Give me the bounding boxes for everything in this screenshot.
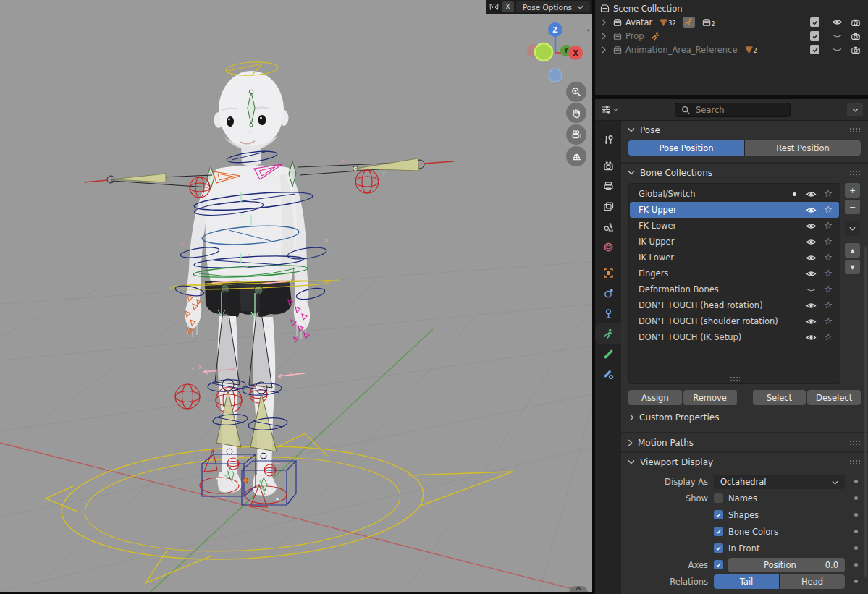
disclosure-chevron-icon[interactable]	[601, 19, 610, 26]
solo-star-icon[interactable]: ☆	[822, 205, 834, 215]
camera-visibility-icon[interactable]	[848, 45, 864, 55]
animate-decorator[interactable]	[854, 580, 858, 583]
nav-toggle-projection-button[interactable]	[566, 146, 586, 166]
pose-position-button[interactable]: Pose Position	[628, 140, 744, 156]
eye-open-icon[interactable]	[804, 269, 817, 279]
outliner-row-scene-collection[interactable]: Scene Collection	[595, 1, 868, 15]
camera-visibility-icon[interactable]	[848, 17, 864, 27]
animate-decorator[interactable]	[854, 530, 858, 533]
eye-open-icon[interactable]	[804, 317, 817, 326]
animate-decorator[interactable]	[854, 496, 858, 500]
bone-collection-row[interactable]: DON'T TOUCH (IK Setup)☆	[630, 329, 839, 345]
eye-open-icon[interactable]	[804, 253, 817, 263]
solo-star-icon[interactable]: ☆	[822, 237, 834, 247]
eye-closed-icon[interactable]	[829, 31, 845, 41]
eye-closed-icon[interactable]	[829, 45, 845, 54]
bone-collection-row[interactable]: Global/Switch☆	[630, 186, 839, 202]
armature-icon[interactable]	[683, 17, 695, 28]
tab-view-layer[interactable]	[595, 196, 621, 216]
tab-render[interactable]	[595, 156, 621, 176]
checkbox-shapes[interactable]	[714, 510, 723, 519]
panel-drag-grip[interactable]	[849, 170, 861, 175]
viewlayer-checkbox[interactable]	[810, 17, 819, 27]
bone-collection-row[interactable]: IK Upper☆	[630, 234, 839, 250]
bone-collection-row[interactable]: DON'T TOUCH (shoulder rotation)☆	[630, 313, 839, 329]
checkbox-names[interactable]	[714, 493, 723, 503]
eye-closed-icon[interactable]	[804, 285, 817, 294]
pose-options-menu[interactable]: Pose Options	[516, 1, 590, 12]
tab-world[interactable]	[595, 237, 621, 257]
move-up-button[interactable]: ▲	[845, 243, 860, 258]
panel-custom-properties-header[interactable]: Custom Properties	[628, 410, 861, 425]
disclosure-chevron-icon[interactable]	[601, 46, 610, 54]
rest-position-button[interactable]: Rest Position	[745, 140, 861, 156]
bone-collection-row[interactable]: Fingers☆	[630, 266, 839, 281]
axes-checkbox[interactable]	[714, 560, 723, 569]
tab-data[interactable]	[595, 323, 621, 344]
remove-button[interactable]: Remove	[683, 390, 737, 405]
solo-star-icon[interactable]: ☆	[822, 284, 834, 294]
properties-search[interactable]	[675, 103, 791, 117]
mirror-x-toggle[interactable]: X	[502, 1, 514, 12]
outliner-row[interactable]: Avatar322	[595, 15, 868, 29]
panel-drag-grip[interactable]	[849, 127, 861, 132]
relations-tail-button[interactable]: Tail	[714, 574, 779, 589]
eye-open-icon[interactable]	[804, 190, 817, 199]
tab-bone-constraint[interactable]	[595, 364, 621, 384]
tab-tool[interactable]	[595, 130, 621, 150]
nav-zoom-button[interactable]	[566, 82, 586, 102]
tab-constraints[interactable]	[595, 303, 621, 323]
move-down-button[interactable]: ▼	[845, 260, 860, 274]
eye-open-icon[interactable]	[804, 205, 817, 215]
search-input[interactable]	[694, 104, 767, 116]
asset-shelf-toggle[interactable]	[569, 586, 588, 592]
axes-position-slider[interactable]: Position 0.0	[728, 558, 845, 572]
tab-object[interactable]	[595, 263, 621, 283]
properties-options-button[interactable]	[847, 103, 863, 116]
assign-button[interactable]: Assign	[628, 390, 682, 405]
remove-collection-button[interactable]: −	[845, 200, 860, 214]
panel-motion-paths-header[interactable]: Motion Paths	[621, 433, 868, 451]
deselect-button[interactable]: Deselect	[807, 390, 861, 405]
tab-scene[interactable]	[595, 216, 621, 237]
animate-decorator[interactable]	[854, 563, 858, 567]
bone-collection-row[interactable]: Deformation Bones☆	[630, 281, 839, 297]
checkbox-bone-colors[interactable]	[714, 527, 723, 536]
viewlayer-checkbox[interactable]	[810, 31, 819, 41]
camera-visibility-icon[interactable]	[848, 31, 864, 41]
relations-head-button[interactable]: Head	[780, 574, 845, 589]
display-as-dropdown[interactable]: Octahedral	[714, 475, 845, 489]
panel-drag-grip[interactable]	[849, 440, 861, 445]
mirror-butterfly-icon[interactable]	[489, 2, 500, 12]
eye-open-icon[interactable]	[804, 221, 817, 231]
outliner-row[interactable]: Animation_Area_Reference2	[595, 43, 868, 56]
solo-star-icon[interactable]: ☆	[822, 221, 834, 231]
select-button[interactable]: Select	[753, 390, 806, 405]
panel-pose-header[interactable]: Pose	[621, 121, 868, 139]
animate-decorator[interactable]	[854, 480, 858, 483]
sidebar-collapse-arrow[interactable]: ‹	[584, 24, 592, 35]
eye-open-icon[interactable]	[804, 301, 817, 310]
bone-collection-row[interactable]: FK Upper☆	[630, 202, 839, 218]
viewlayer-checkbox[interactable]	[810, 45, 819, 54]
bone-collection-row[interactable]: IK Lower☆	[630, 250, 839, 266]
list-resize-grip[interactable]	[730, 376, 740, 381]
solo-star-icon[interactable]: ☆	[822, 189, 834, 199]
solo-star-icon[interactable]: ☆	[822, 300, 834, 310]
solo-star-icon[interactable]: ☆	[822, 332, 834, 342]
eye-open-icon[interactable]	[804, 237, 817, 247]
animate-decorator[interactable]	[854, 513, 858, 517]
add-collection-button[interactable]: +	[845, 183, 860, 198]
eye-open-icon[interactable]	[829, 17, 845, 27]
panel-bone-collections-header[interactable]: Bone Collections	[621, 164, 868, 182]
eye-open-icon[interactable]	[804, 333, 817, 342]
outliner-row[interactable]: Prop	[595, 29, 868, 43]
nav-pan-button[interactable]	[566, 103, 586, 123]
editor-type-button[interactable]	[600, 104, 618, 115]
solo-star-icon[interactable]: ☆	[822, 268, 834, 279]
tab-physics[interactable]	[595, 283, 621, 303]
solo-star-icon[interactable]: ☆	[822, 253, 834, 263]
bone-collection-row[interactable]: FK Lower☆	[630, 218, 839, 234]
navigation-gizmo[interactable]: Y X Z	[525, 20, 590, 85]
animate-decorator[interactable]	[854, 546, 858, 550]
